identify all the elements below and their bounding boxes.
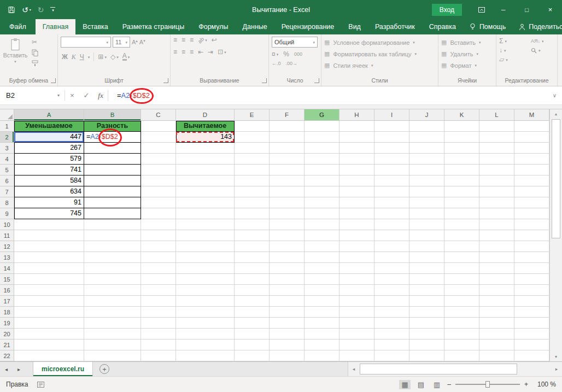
row-header-3[interactable]: 3 [0,143,14,154]
cell-D2[interactable]: 143 [176,132,235,143]
format-cells-button[interactable]: ▦ Формат ▾ [441,60,493,71]
add-sheet-button[interactable]: + [99,364,109,374]
row-header-14[interactable]: 14 [0,263,14,274]
cell-E22[interactable] [235,350,270,361]
cell-J18[interactable] [409,307,444,318]
cell-F3[interactable] [270,143,305,154]
tab-главная[interactable]: Главная [36,19,76,34]
row-header-19[interactable]: 19 [0,318,14,329]
cell-B11[interactable] [84,230,141,241]
align-middle-icon[interactable]: ≡ [182,37,185,43]
cell-K7[interactable] [444,186,479,197]
cell-B6[interactable] [84,175,141,186]
cell-I7[interactable] [374,186,409,197]
cell-F15[interactable] [270,274,305,285]
comma-style-button[interactable]: 000 [294,51,302,57]
cell-G22[interactable] [305,350,339,361]
column-header-G[interactable]: G [305,109,339,121]
cell-B8[interactable] [84,197,141,208]
dialog-launcher-icon[interactable] [262,78,267,83]
save-button[interactable] [8,6,15,14]
cell-H13[interactable] [339,252,374,263]
cell-C4[interactable] [141,154,176,165]
row-header-15[interactable]: 15 [0,274,14,285]
view-normal-button[interactable]: ▦ [399,380,410,389]
align-center-icon[interactable]: ≡ [182,49,185,55]
paste-button[interactable]: Вставить ▾ [3,37,28,77]
cell-J16[interactable] [409,285,444,296]
cell-M3[interactable] [514,143,549,154]
cell-I8[interactable] [374,197,409,208]
row-header-21[interactable]: 21 [0,340,14,350]
sheet-nav-left-icon[interactable]: ◂ [0,362,13,376]
cell-F20[interactable] [270,329,305,340]
tab-вставка[interactable]: Вставка [75,19,115,34]
cell-K17[interactable] [444,296,479,307]
scroll-up-icon[interactable]: ▴ [550,109,562,119]
shrink-font-button[interactable]: А▾ [139,39,145,45]
cell-I5[interactable] [374,165,409,175]
cell-E12[interactable] [235,241,270,252]
cell-C1[interactable] [141,121,176,132]
cell-K11[interactable] [444,230,479,241]
row-header-2[interactable]: 2 [0,132,14,143]
cell-B17[interactable] [84,296,141,307]
grow-font-button[interactable]: А▴ [132,39,138,45]
cell-D10[interactable] [176,219,235,230]
cell-H4[interactable] [339,154,374,165]
cell-G4[interactable] [305,154,339,165]
cell-I22[interactable] [374,350,409,361]
cell-B12[interactable] [84,241,141,252]
cell-A2[interactable]: 447 [14,132,84,143]
cell-D15[interactable] [176,274,235,285]
vertical-scrollbar-thumb[interactable] [552,119,560,238]
autosum-button[interactable]: Σ▾ [499,38,531,44]
cell-H1[interactable] [339,121,374,132]
increase-indent-icon[interactable]: ⇥ [208,49,213,55]
cell-H14[interactable] [339,263,374,274]
cell-K19[interactable] [444,318,479,329]
cell-B9[interactable] [84,208,141,219]
cell-M4[interactable] [514,154,549,165]
insert-cells-button[interactable]: ▦ Вставить ▾ [441,37,493,48]
cell-I10[interactable] [374,219,409,230]
cell-M20[interactable] [514,329,549,340]
cell-L7[interactable] [479,186,514,197]
column-header-H[interactable]: H [339,109,374,121]
row-header-18[interactable]: 18 [0,307,14,318]
redo-button[interactable]: ↻ [38,6,44,14]
zoom-in-button[interactable]: + [524,381,528,388]
vertical-scrollbar-track[interactable] [550,239,562,352]
row-header-7[interactable]: 7 [0,186,14,197]
decrease-indent-icon[interactable]: ⇤ [198,49,203,55]
cell-M1[interactable] [514,121,549,132]
cell-M19[interactable] [514,318,549,329]
insert-function-button[interactable]: fx [93,91,108,100]
close-button[interactable]: × [538,0,562,19]
cell-F9[interactable] [270,208,305,219]
cell-C5[interactable] [141,165,176,175]
cell-B20[interactable] [84,329,141,340]
sheet-tab[interactable]: microexcel.ru [33,362,93,376]
cell-G20[interactable] [305,329,339,340]
cell-L1[interactable] [479,121,514,132]
cell-G17[interactable] [305,296,339,307]
cut-icon[interactable]: ✂ [32,39,37,45]
cell-E10[interactable] [235,219,270,230]
cell-E19[interactable] [235,318,270,329]
clear-button[interactable]: ▱▾ [499,56,531,63]
cell-F18[interactable] [270,307,305,318]
cell-G14[interactable] [305,263,339,274]
cell-H21[interactable] [339,340,374,350]
cell-J9[interactable] [409,208,444,219]
cell-G18[interactable] [305,307,339,318]
vertical-scrollbar[interactable]: ▴ ▾ [549,109,562,361]
cell-F16[interactable] [270,285,305,296]
cell-H19[interactable] [339,318,374,329]
cell-D18[interactable] [176,307,235,318]
tab-вид[interactable]: Вид [341,19,368,34]
cell-K1[interactable] [444,121,479,132]
cell-G21[interactable] [305,340,339,350]
cell-F14[interactable] [270,263,305,274]
dialog-launcher-icon[interactable] [51,78,56,83]
